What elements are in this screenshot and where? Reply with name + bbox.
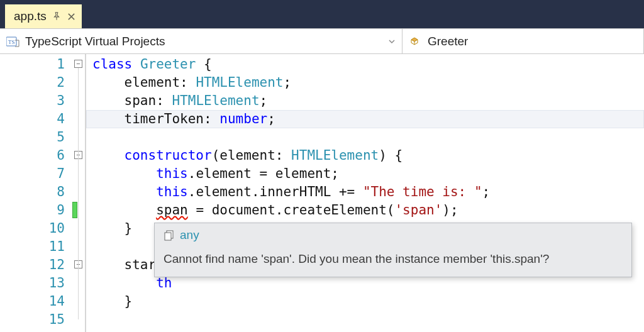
outline-margin xyxy=(72,54,86,332)
line-number: 1 xyxy=(0,55,72,74)
line-number-gutter: 1 2 3 4 5 6 7 8 9 10 11 12 13 14 15 xyxy=(0,54,72,332)
project-scope-label: TypeScript Virtual Projects xyxy=(25,35,165,48)
code-line xyxy=(86,128,644,147)
line-number: 10 xyxy=(0,219,72,238)
line-number: 4 xyxy=(0,110,72,128)
code-line: } xyxy=(86,292,644,311)
code-line: this.element = element; xyxy=(86,165,644,183)
line-number: 12 xyxy=(0,256,72,274)
svg-rect-3 xyxy=(165,233,171,240)
line-number: 5 xyxy=(0,128,72,147)
outline-guide xyxy=(78,68,79,319)
line-number: 2 xyxy=(0,74,72,92)
svg-text:TS: TS xyxy=(8,39,15,45)
line-number: 13 xyxy=(0,274,72,292)
close-icon[interactable] xyxy=(67,11,77,21)
code-line: this.element.innerHTML += "The time is: … xyxy=(86,183,644,201)
project-scope-dropdown[interactable]: TS TypeScript Virtual Projects xyxy=(0,29,402,53)
pin-icon[interactable] xyxy=(52,11,62,21)
change-indicator xyxy=(72,202,77,218)
class-scope-label: Greeter xyxy=(428,35,468,48)
error-tooltip: any Cannot find name 'span'. Did you mea… xyxy=(154,223,632,277)
code-line xyxy=(86,311,644,329)
line-number: 14 xyxy=(0,292,72,311)
class-icon xyxy=(409,35,423,48)
class-scope-dropdown[interactable]: Greeter xyxy=(402,29,644,53)
code-line: class Greeter { xyxy=(86,55,644,74)
code-line: constructor(element: HTMLElement) { xyxy=(86,147,644,165)
chevron-down-icon xyxy=(388,38,396,45)
code-line: element: HTMLElement; xyxy=(86,74,644,92)
line-number: 6 xyxy=(0,147,72,165)
tooltip-type: any xyxy=(180,228,199,242)
navigation-bar: TS TypeScript Virtual Projects Greeter xyxy=(0,28,644,54)
line-number: 15 xyxy=(0,311,72,329)
fold-toggle[interactable] xyxy=(74,60,82,68)
typescript-project-icon: TS xyxy=(6,35,20,48)
document-tab-strip: app.ts xyxy=(0,0,644,28)
line-number: 7 xyxy=(0,165,72,183)
code-line-current: timerToken: number; xyxy=(86,110,644,128)
line-number: 11 xyxy=(0,238,72,256)
line-number: 9 xyxy=(0,201,72,219)
line-number: 3 xyxy=(0,92,72,110)
code-line: span = document.createElement('span'); xyxy=(86,201,644,219)
code-text-area[interactable]: class Greeter { element: HTMLElement; sp… xyxy=(86,54,644,332)
code-line: span: HTMLElement; xyxy=(86,92,644,110)
tab-label: app.ts xyxy=(14,9,47,23)
line-number: 8 xyxy=(0,183,72,201)
error-span[interactable]: span xyxy=(156,202,188,218)
code-editor[interactable]: 1 2 3 4 5 6 7 8 9 10 11 12 13 14 15 clas… xyxy=(0,54,644,332)
tooltip-message: Cannot find name 'span'. Did you mean th… xyxy=(164,251,621,268)
docstack-icon xyxy=(164,230,175,241)
tab-active[interactable]: app.ts xyxy=(5,4,82,28)
